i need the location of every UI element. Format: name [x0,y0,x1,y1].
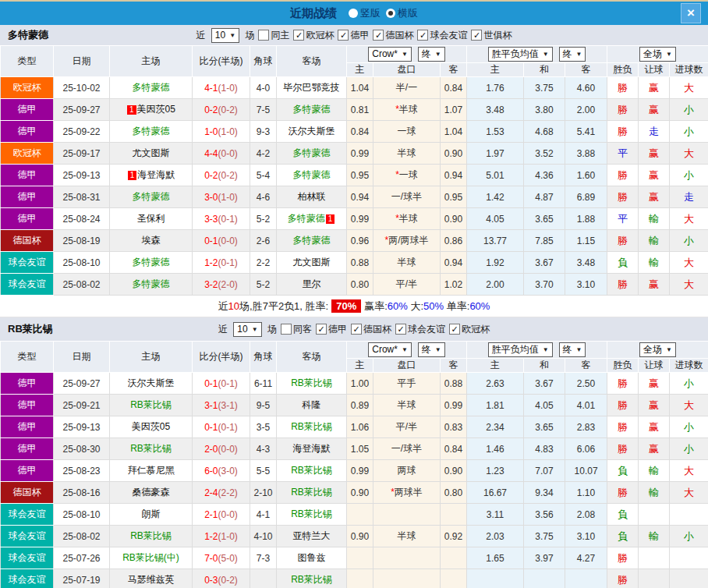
avg-away-cell: 2.00 [565,99,607,121]
match-row: 德甲 25-09-13 1海登海默 0-2(0-2) 5-4 多特蒙德 0.95… [1,165,708,186]
period-select[interactable]: 全场▼ [639,342,676,357]
col-header: 主场 [110,342,193,373]
away-team-cell: RB莱比锡 [277,460,347,482]
handicap-cell: 平/半 [373,416,441,438]
layout-radio-vertical[interactable]: 竖版 [349,6,381,20]
avg-type-select[interactable]: 胜平负均值▼ [488,47,553,62]
home-team-cell: 尤文图斯 [110,143,193,165]
col-subheader: 进球数 [670,359,708,373]
odds-company-select[interactable]: Crow*▼ [368,342,412,357]
avg-time-select[interactable]: 终▼ [559,342,586,357]
close-icon[interactable]: × [681,3,701,23]
corner-cell: 4-1 [250,504,277,526]
avg-home-cell: 2.63 [467,373,524,395]
avg-home-cell: 13.77 [467,230,524,252]
league-cell: 球会友谊 [1,526,54,547]
result-handicap-cell: 輸 [639,460,670,482]
avg-draw-cell: 3.70 [524,274,565,296]
filter-bar: 多特蒙德 近 10▼ 场 同主✓欧冠杯✓德甲✓德国杯✓球会友谊✓世俱杯 [0,25,708,45]
layout-radio-horizontal[interactable]: 横版 [386,6,418,20]
handicap-cell: 两球 [373,460,441,482]
period-select[interactable]: 全场▼ [639,47,676,62]
league-cell: 球会友谊 [1,504,54,526]
league-filter-checkbox[interactable]: ✓德国杯 [351,323,391,336]
win-rate-highlight: 70% [331,299,361,313]
avg-home-cell: 1.46 [467,438,524,460]
odds-group-header: Crow*▼终▼ [347,46,467,63]
score-cell: 1-2(1-0) [193,526,250,547]
score-cell: 0-1(0-1) [193,416,250,438]
result-goals-cell: 大 [670,143,708,165]
result-goals-cell: 小 [670,438,708,460]
score-cell: 1-2(0-1) [193,252,250,274]
league-filter-checkbox[interactable]: ✓德甲 [316,323,347,336]
league-filter-checkbox[interactable]: ✓世俱杯 [471,29,512,42]
odds-home-cell: 0.90 [347,482,373,504]
score-cell: 1-0(1-0) [193,121,250,143]
avg-draw-cell: 3.97 [524,547,565,569]
score-cell: 0-2(0-2) [193,165,250,186]
league-filter-checkbox[interactable]: ✓球会友谊 [395,323,445,336]
avg-time-select[interactable]: 终▼ [559,47,586,62]
team-name: 多特蒙德 [8,28,48,42]
odds-home-cell: 0.99 [347,208,373,230]
league-filter-checkbox[interactable]: ✓欧冠杯 [293,29,334,42]
result-goals-cell: 大 [670,252,708,274]
result-wdl-cell: 平 [607,143,639,165]
match-row: 德甲 25-08-23 拜仁慕尼黑 6-0(3-0) 5-5 RB莱比锡 0.9… [1,460,708,482]
col-header: 类型 [1,46,54,77]
league-filter-checkbox[interactable]: ✓德国杯 [373,29,413,42]
same-venue-checkbox[interactable]: 同客 [281,323,312,336]
league-filter-checkbox[interactable]: ✓球会友谊 [417,29,467,42]
odds-time-select[interactable]: 终▼ [418,47,445,62]
away-team-cell: 亚特兰大 [277,526,347,547]
odds-time-select[interactable]: 终▼ [418,342,445,357]
result-goals-cell: 小 [670,373,708,395]
league-filter-checkbox[interactable]: ✓欧冠杯 [449,323,490,336]
date-cell: 25-09-22 [54,121,110,143]
odds-home-cell [347,569,373,588]
odds-away-cell: 0.95 [441,186,467,208]
home-team-cell: RB莱比锡 [110,395,193,416]
avg-home-cell: 1.53 [467,121,524,143]
checkbox-icon: ✓ [351,324,362,335]
league-cell: 德国杯 [1,230,54,252]
avg-draw-cell: 4.87 [524,186,565,208]
home-team-cell: 多特蒙德 [110,77,193,99]
league-filter-checkbox[interactable]: ✓德甲 [338,29,369,42]
away-team-cell: 多特蒙德 [277,99,347,121]
away-team-cell: 尤文图斯 [277,252,347,274]
avg-away-cell: 2.50 [565,373,607,395]
avg-type-select[interactable]: 胜平负均值▼ [488,342,553,357]
date-cell: 25-09-27 [54,99,110,121]
odds-home-cell: 0.94 [347,186,373,208]
same-venue-checkbox[interactable]: 同主 [258,29,289,42]
col-subheader: 让球 [639,359,670,373]
match-row: 德甲 25-08-24 圣保利 3-3(0-1) 5-2 多特蒙德1 0.99 … [1,208,708,230]
result-goals-cell [670,504,708,526]
avg-away-cell: 10.07 [565,460,607,482]
avg-away-cell: 6.06 [565,438,607,460]
result-goals-cell: 小 [670,230,708,252]
date-cell: 25-08-24 [54,208,110,230]
odds-home-cell: 1.00 [347,373,373,395]
away-team-cell: 多特蒙德 [277,165,347,186]
home-team-cell: 埃森 [110,230,193,252]
away-team-cell: 科隆 [277,395,347,416]
home-team-cell: RB莱比锡 [110,438,193,460]
home-team-cell: 1美因茨05 [110,99,193,121]
avg-away-cell: 3.88 [565,143,607,165]
result-goals-cell: 小 [670,526,708,547]
date-cell: 25-09-13 [54,416,110,438]
match-row: 德甲 25-09-27 1美因茨05 0-2(0-2) 7-5 多特蒙德 0.8… [1,99,708,121]
result-handicap-cell: 赢 [639,395,670,416]
col-header: 客场 [277,342,347,373]
result-handicap-cell: 赢 [639,373,670,395]
avg-home-cell: 1.97 [467,143,524,165]
red-card-badge: 1 [128,171,137,180]
checkbox-icon: ✓ [373,30,384,41]
odds-company-select[interactable]: Crow*▼ [368,47,412,62]
result-handicap-cell: 赢 [639,99,670,121]
games-count-select[interactable]: 10▼ [211,28,239,43]
games-count-select[interactable]: 10▼ [233,322,261,337]
